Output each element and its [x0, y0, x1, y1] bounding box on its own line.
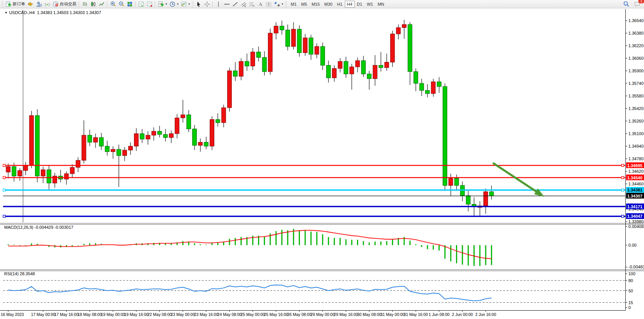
periods-clock-icon	[169, 1, 175, 7]
auto-scroll-button[interactable]	[137, 0, 145, 8]
mt4-application-window: 新订单 自动交易	[0, 0, 644, 319]
crosshair-tool-button[interactable]	[203, 0, 211, 8]
line-handle-right[interactable]	[622, 164, 624, 167]
svg-text:2 Jun 16:00: 2 Jun 16:00	[475, 312, 496, 317]
svg-text:23 May 00:00: 23 May 00:00	[171, 312, 195, 317]
chart-expand-icon[interactable]: ▼	[5, 11, 8, 14]
line-chart-button[interactable]	[97, 0, 106, 8]
zoom-in-icon	[110, 1, 116, 7]
line-handle-right[interactable]	[622, 215, 624, 217]
chart-ohlc-values: 1.34383 1.34503 1.34303 1.34307	[37, 10, 101, 15]
svg-text:17 May 16:00: 17 May 16:00	[54, 312, 79, 317]
bar-chart-button[interactable]	[81, 0, 89, 8]
svg-text:0.004082: 0.004082	[628, 224, 644, 229]
svg-text:1.35420: 1.35420	[628, 106, 644, 111]
timeframe-button-h1[interactable]: H1	[335, 1, 344, 8]
timeframe-button-w1[interactable]: W1	[365, 1, 376, 8]
channel-tool-button[interactable]: E	[239, 0, 248, 8]
svg-text:100: 100	[628, 271, 635, 276]
community-button[interactable]	[35, 0, 43, 8]
svg-text:F: F	[253, 5, 255, 7]
text-tool-button[interactable]: A	[256, 0, 265, 8]
svg-text:1.34047: 1.34047	[627, 214, 642, 219]
tile-windows-button[interactable]	[126, 0, 134, 8]
chart-shift-button[interactable]	[145, 0, 154, 8]
line-handle-left[interactable]	[3, 189, 5, 191]
cursor-icon	[196, 1, 202, 7]
templates-button[interactable]: ▾	[180, 0, 191, 8]
line-handle-left[interactable]	[3, 177, 5, 179]
svg-text:1.34695: 1.34695	[627, 163, 642, 168]
toolbar-grip	[192, 1, 194, 7]
text-label-icon: T	[266, 1, 272, 7]
svg-text:1.35260: 1.35260	[628, 119, 644, 123]
line-handle-left[interactable]	[3, 215, 5, 217]
zoom-in-button[interactable]	[109, 0, 117, 8]
svg-text:16 May 2023: 16 May 2023	[1, 312, 24, 317]
search-button[interactable]	[622, 0, 631, 8]
svg-text:E: E	[244, 5, 246, 7]
vertical-line-tool-button[interactable]	[214, 0, 223, 8]
svg-text:1.34171: 1.34171	[627, 204, 642, 209]
timeframe-button-m5[interactable]: M5	[299, 1, 309, 8]
signals-button[interactable]	[43, 0, 51, 8]
timeframe-button-m30[interactable]: M30	[322, 1, 335, 8]
indicators-button[interactable]: ▾	[157, 0, 168, 8]
market-watch-button[interactable]	[26, 0, 35, 8]
equidistant-channel-icon: E	[241, 1, 247, 7]
line-chart-icon	[99, 1, 105, 7]
vertical-line-icon	[215, 1, 222, 7]
svg-text:1.35580: 1.35580	[628, 94, 644, 98]
trendline-icon	[232, 1, 238, 7]
macd-name: MACD(12,26,9)	[4, 225, 33, 230]
text-label-tool-button[interactable]: T	[265, 0, 273, 8]
bar-chart-icon	[82, 1, 88, 7]
zoom-out-button[interactable]	[117, 0, 126, 8]
tile-windows-icon	[127, 1, 133, 7]
chart-title: ▼USDCAD-,H4 1.34383 1.34503 1.34303 1.34…	[5, 10, 101, 15]
svg-text:2 Jun 00:00: 2 Jun 00:00	[452, 312, 473, 317]
svg-text:19 May 00:00: 19 May 00:00	[101, 312, 125, 317]
notifications-button[interactable]: 1	[633, 0, 642, 8]
svg-text:31 May 00:00: 31 May 00:00	[380, 312, 405, 317]
toolbar-separator	[79, 1, 80, 7]
svg-text:0.00: 0.00	[628, 243, 636, 247]
svg-text:17 May 00:00: 17 May 00:00	[31, 312, 55, 317]
toolbar-grip	[285, 1, 287, 7]
chart-area[interactable]: 1.365401.363801.362201.360601.359001.357…	[0, 8, 644, 319]
rsi-value: 28.3548	[20, 271, 35, 276]
periods-button[interactable]: ▾	[168, 0, 180, 8]
line-handle-right[interactable]	[622, 189, 624, 191]
macd-main-value: -0.004429	[34, 225, 53, 230]
arrows-tool-button[interactable]: ▾	[273, 0, 284, 8]
line-handle-right[interactable]	[622, 177, 624, 179]
auto-trading-button[interactable]: 自动交易	[51, 0, 78, 8]
timeframe-button-mn[interactable]: MN	[375, 1, 386, 8]
cursor-tool-button[interactable]	[194, 0, 203, 8]
candlestick-chart-button[interactable]	[89, 0, 97, 8]
line-handle-left[interactable]	[3, 164, 5, 167]
svg-text:29 May 16:00: 29 May 16:00	[334, 312, 358, 317]
new-order-button[interactable]: 新订单	[4, 0, 26, 8]
timeframe-group: M1M5M15M30H1H4D1W1MN	[289, 1, 386, 8]
rsi-name: RSI(14)	[4, 271, 19, 276]
toolbar-grip	[2, 1, 3, 7]
timeframe-button-h4[interactable]: H4	[345, 1, 355, 8]
horizontal-line-tool-button[interactable]	[223, 0, 231, 8]
crosshair-icon	[204, 1, 210, 7]
timeframe-button-m15[interactable]: M15	[309, 1, 322, 8]
svg-text:19 May 16:00: 19 May 16:00	[124, 312, 148, 317]
svg-text:A: A	[259, 2, 262, 7]
timeframe-button-m1[interactable]: M1	[289, 1, 299, 8]
horizontal-line-icon	[224, 1, 230, 7]
fibonacci-tool-button[interactable]: F	[248, 0, 256, 8]
community-person-icon	[36, 1, 42, 7]
svg-text:1.36060: 1.36060	[628, 56, 644, 61]
fibonacci-icon: F	[249, 1, 255, 7]
svg-text:31 May 16:00: 31 May 16:00	[404, 312, 428, 317]
svg-text:1.34307: 1.34307	[627, 194, 642, 198]
periods-dropdown-caret: ▾	[177, 2, 179, 6]
svg-text:80: 80	[628, 278, 633, 283]
trendline-tool-button[interactable]	[231, 0, 239, 8]
timeframe-button-d1[interactable]: D1	[355, 1, 365, 8]
